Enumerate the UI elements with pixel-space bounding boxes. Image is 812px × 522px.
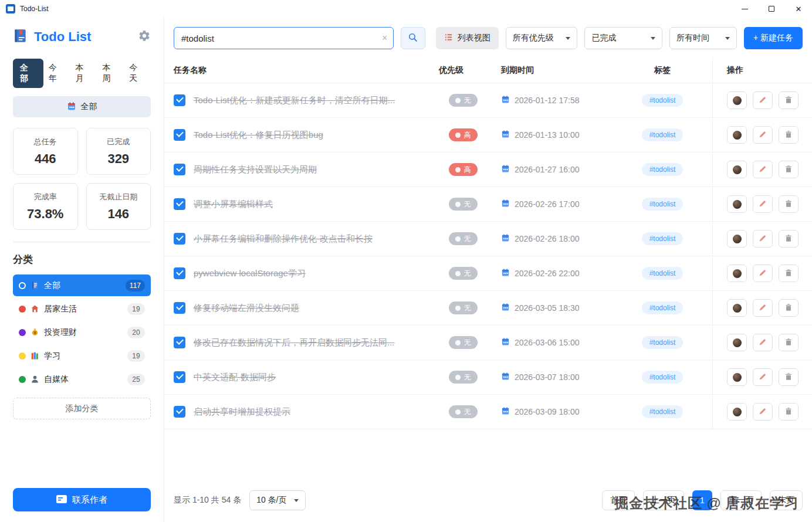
close-button[interactable]: ✕ [785, 0, 812, 18]
edit-button[interactable] [753, 161, 773, 178]
detail-button[interactable] [727, 403, 747, 421]
task-tag[interactable]: #todolist [642, 371, 684, 384]
delete-button[interactable] [779, 299, 799, 317]
pencil-icon [759, 199, 767, 209]
detail-button[interactable] [727, 299, 747, 317]
search-input[interactable] [174, 27, 394, 49]
task-checkbox[interactable] [174, 129, 185, 141]
category-item[interactable]: 全部 117 [13, 274, 151, 296]
priority-label: 无 [464, 372, 471, 382]
date-filter-button[interactable]: 全部 [13, 96, 151, 117]
new-task-button[interactable]: + 新建任务 [744, 27, 803, 49]
time-tab[interactable]: 今年 [43, 59, 70, 88]
settings-button[interactable] [138, 29, 151, 45]
edit-button[interactable] [753, 403, 773, 421]
column-header: 操作 [712, 57, 812, 83]
calendar-icon [501, 406, 510, 418]
time-filter-select[interactable]: 所有时间 [669, 27, 737, 49]
delete-button[interactable] [779, 161, 799, 178]
priority-filter-select[interactable]: 所有优先级 [506, 27, 578, 49]
category-color-dot [19, 352, 26, 360]
current-page-button[interactable]: 1 [692, 490, 712, 510]
contact-author-button[interactable]: 联系作者 [13, 488, 151, 511]
detail-button[interactable] [727, 161, 747, 178]
edit-button[interactable] [753, 334, 773, 351]
category-item[interactable]: ¥ 投资理财 20 [13, 321, 151, 343]
delete-button[interactable] [779, 126, 799, 144]
prev-page-button[interactable]: 上一页 [643, 490, 684, 510]
status-filter-select[interactable]: 已完成 [584, 27, 662, 49]
time-tab[interactable]: 今天 [124, 59, 151, 88]
task-checkbox[interactable] [174, 267, 185, 279]
task-tag[interactable]: #todolist [642, 336, 684, 349]
task-tag[interactable]: #todolist [642, 301, 684, 314]
task-tag[interactable]: #todolist [642, 198, 684, 211]
calendar-icon [501, 337, 510, 348]
edit-button[interactable] [753, 368, 773, 386]
detail-button[interactable] [727, 368, 747, 386]
edit-button[interactable] [753, 299, 773, 317]
detail-button[interactable] [727, 230, 747, 248]
task-tag[interactable]: #todolist [642, 267, 684, 280]
category-item[interactable]: 居家生活 19 [13, 298, 151, 320]
page-size-select[interactable]: 10 条/页 [249, 490, 306, 510]
edit-button[interactable] [753, 230, 773, 248]
add-category-button[interactable]: 添加分类 [13, 398, 151, 419]
task-checkbox[interactable] [174, 198, 185, 210]
trash-icon [784, 165, 793, 175]
detail-icon [733, 338, 742, 347]
edit-button[interactable] [753, 265, 773, 282]
table-row: 周期性任务支持设置以天为周期 高 2026-01-27 16:00 #todol… [164, 152, 812, 187]
category-count-badge: 20 [127, 327, 145, 338]
list-view-button[interactable]: 列表视图 [436, 27, 499, 49]
task-checkbox[interactable] [174, 164, 185, 175]
minimize-button[interactable] [731, 0, 758, 18]
last-page-button[interactable]: 末页 [770, 490, 803, 510]
table-row: Todo-List优化：新建或更新任务时，清空所有日期... 无 2026-01… [164, 83, 812, 118]
task-checkbox[interactable] [174, 337, 185, 348]
priority-pill: 无 [449, 371, 478, 384]
priority-pill: 无 [449, 405, 478, 418]
priority-dot-icon [455, 375, 461, 380]
detail-button[interactable] [727, 334, 747, 351]
minimize-icon [742, 9, 748, 9]
time-tab[interactable]: 全部 [13, 59, 43, 88]
task-checkbox[interactable] [174, 233, 185, 245]
delete-button[interactable] [779, 403, 799, 421]
trash-icon [784, 199, 793, 209]
category-item[interactable]: 自媒体 25 [13, 368, 151, 390]
trash-icon [784, 234, 793, 244]
table-row: 小屏幕任务编辑和删除操作优化-改点击和长按 无 2026-02-26 18:00… [164, 222, 812, 256]
task-checkbox[interactable] [174, 371, 185, 383]
due-date: 2026-03-06 15:00 [515, 338, 580, 347]
task-checkbox[interactable] [174, 94, 185, 106]
detail-button[interactable] [727, 195, 747, 213]
task-tag[interactable]: #todolist [642, 128, 684, 141]
edit-button[interactable] [753, 195, 773, 213]
task-tag[interactable]: #todolist [642, 94, 684, 107]
delete-button[interactable] [779, 265, 799, 282]
search-button[interactable] [401, 27, 425, 49]
time-tab[interactable]: 本月 [70, 59, 97, 88]
first-page-button[interactable]: 首页 [602, 490, 635, 510]
delete-button[interactable] [779, 91, 799, 109]
clear-search-icon[interactable]: × [382, 33, 387, 43]
edit-button[interactable] [753, 91, 773, 109]
time-tab[interactable]: 本周 [97, 59, 124, 88]
delete-button[interactable] [779, 334, 799, 351]
delete-button[interactable] [779, 368, 799, 386]
delete-button[interactable] [779, 230, 799, 248]
edit-button[interactable] [753, 126, 773, 144]
category-item[interactable]: 学习 19 [13, 345, 151, 367]
task-checkbox[interactable] [174, 406, 185, 418]
task-tag[interactable]: #todolist [642, 163, 684, 176]
detail-button[interactable] [727, 265, 747, 282]
task-tag[interactable]: #todolist [642, 405, 684, 418]
maximize-button[interactable] [758, 0, 785, 18]
next-page-button[interactable]: 下一页 [720, 490, 762, 510]
detail-button[interactable] [727, 126, 747, 144]
detail-button[interactable] [727, 91, 747, 109]
task-checkbox[interactable] [174, 302, 185, 314]
delete-button[interactable] [779, 195, 799, 213]
task-tag[interactable]: #todolist [642, 232, 684, 245]
